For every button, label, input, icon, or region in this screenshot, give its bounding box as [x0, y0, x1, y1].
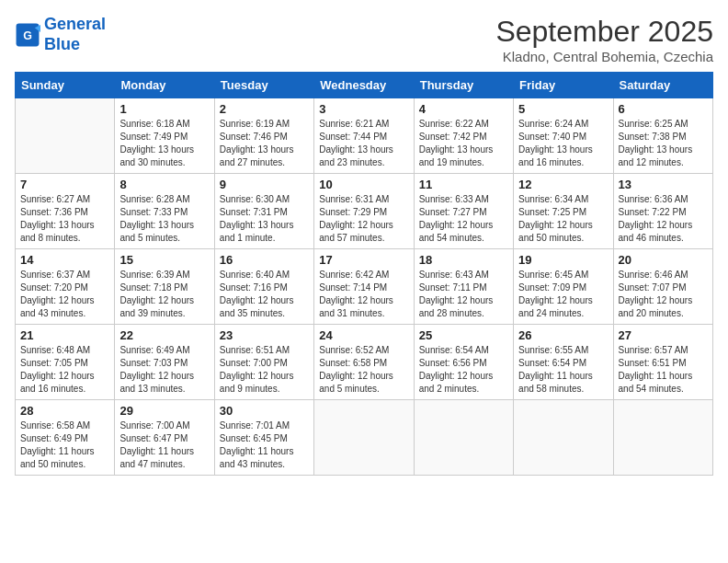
calendar-cell: 30Sunrise: 7:01 AM Sunset: 6:45 PM Dayli… [214, 400, 313, 476]
week-row-3: 14Sunrise: 6:37 AM Sunset: 7:20 PM Dayli… [16, 249, 713, 325]
calendar-cell: 29Sunrise: 7:00 AM Sunset: 6:47 PM Dayli… [115, 400, 214, 476]
calendar-cell: 20Sunrise: 6:46 AM Sunset: 7:07 PM Dayli… [613, 249, 712, 325]
day-info: Sunrise: 6:34 AM Sunset: 7:25 PM Dayligh… [518, 193, 608, 245]
day-info: Sunrise: 6:27 AM Sunset: 7:36 PM Dayligh… [20, 193, 109, 245]
calendar-cell: 12Sunrise: 6:34 AM Sunset: 7:25 PM Dayli… [514, 174, 613, 249]
day-number: 12 [518, 178, 608, 191]
calendar-cell: 18Sunrise: 6:43 AM Sunset: 7:11 PM Dayli… [414, 249, 513, 325]
calendar-cell: 27Sunrise: 6:57 AM Sunset: 6:51 PM Dayli… [613, 325, 712, 400]
calendar-cell: 25Sunrise: 6:54 AM Sunset: 6:56 PM Dayli… [414, 325, 513, 400]
logo-line1: General [44, 15, 106, 33]
day-number: 29 [119, 404, 209, 418]
calendar-cell: 23Sunrise: 6:51 AM Sunset: 7:00 PM Dayli… [214, 325, 313, 400]
day-number: 2 [220, 102, 309, 116]
day-number: 18 [419, 253, 508, 267]
day-number: 10 [319, 178, 408, 191]
calendar-cell: 21Sunrise: 6:48 AM Sunset: 7:05 PM Dayli… [16, 325, 115, 400]
day-info: Sunrise: 6:46 AM Sunset: 7:07 PM Dayligh… [619, 269, 708, 320]
calendar-cell: 4Sunrise: 6:22 AM Sunset: 7:42 PM Daylig… [414, 98, 513, 174]
day-info: Sunrise: 6:22 AM Sunset: 7:42 PM Dayligh… [419, 118, 508, 169]
calendar-cell: 2Sunrise: 6:19 AM Sunset: 7:46 PM Daylig… [214, 98, 313, 174]
header-thursday: Thursday [414, 73, 513, 98]
day-number: 26 [518, 328, 608, 342]
day-number: 21 [20, 328, 109, 342]
calendar-cell: 17Sunrise: 6:42 AM Sunset: 7:14 PM Dayli… [314, 249, 414, 325]
day-info: Sunrise: 6:45 AM Sunset: 7:09 PM Dayligh… [518, 269, 608, 320]
day-number: 28 [20, 404, 109, 418]
day-info: Sunrise: 6:28 AM Sunset: 7:33 PM Dayligh… [119, 193, 209, 245]
day-info: Sunrise: 6:33 AM Sunset: 7:27 PM Dayligh… [419, 193, 508, 245]
calendar-table: SundayMondayTuesdayWednesdayThursdayFrid… [15, 72, 713, 476]
day-number: 4 [419, 102, 508, 116]
day-number: 3 [319, 102, 408, 116]
day-number: 14 [20, 253, 109, 267]
header-tuesday: Tuesday [214, 73, 313, 98]
day-info: Sunrise: 6:24 AM Sunset: 7:40 PM Dayligh… [518, 118, 608, 169]
day-number: 15 [119, 253, 209, 267]
calendar-cell: 28Sunrise: 6:58 AM Sunset: 6:49 PM Dayli… [16, 400, 115, 476]
calendar-cell [514, 400, 613, 476]
day-number: 17 [319, 253, 408, 267]
day-info: Sunrise: 6:31 AM Sunset: 7:29 PM Dayligh… [319, 193, 408, 245]
day-number: 13 [619, 178, 708, 191]
svg-text:G: G [23, 29, 32, 41]
day-info: Sunrise: 6:55 AM Sunset: 6:54 PM Dayligh… [518, 344, 608, 396]
day-number: 27 [619, 328, 708, 342]
calendar-header-row: SundayMondayTuesdayWednesdayThursdayFrid… [16, 73, 713, 98]
page-header: G General Blue September 2025 Kladno, Ce… [15, 15, 713, 64]
day-info: Sunrise: 6:43 AM Sunset: 7:11 PM Dayligh… [419, 269, 508, 320]
calendar-cell: 22Sunrise: 6:49 AM Sunset: 7:03 PM Dayli… [115, 325, 214, 400]
calendar-cell: 6Sunrise: 6:25 AM Sunset: 7:38 PM Daylig… [613, 98, 712, 174]
day-number: 19 [518, 253, 608, 267]
calendar-cell: 8Sunrise: 6:28 AM Sunset: 7:33 PM Daylig… [115, 174, 214, 249]
month-title: September 2025 [495, 15, 713, 49]
day-number: 1 [119, 102, 209, 116]
day-number: 23 [220, 328, 309, 342]
calendar-cell: 7Sunrise: 6:27 AM Sunset: 7:36 PM Daylig… [16, 174, 115, 249]
day-info: Sunrise: 6:52 AM Sunset: 6:58 PM Dayligh… [319, 344, 408, 396]
calendar-cell [613, 400, 712, 476]
calendar-cell: 10Sunrise: 6:31 AM Sunset: 7:29 PM Dayli… [314, 174, 414, 249]
calendar-cell: 3Sunrise: 6:21 AM Sunset: 7:44 PM Daylig… [314, 98, 414, 174]
day-info: Sunrise: 6:25 AM Sunset: 7:38 PM Dayligh… [619, 118, 708, 169]
day-number: 20 [619, 253, 708, 267]
day-info: Sunrise: 6:54 AM Sunset: 6:56 PM Dayligh… [419, 344, 508, 396]
day-info: Sunrise: 7:01 AM Sunset: 6:45 PM Dayligh… [220, 419, 309, 471]
header-friday: Friday [514, 73, 613, 98]
header-wednesday: Wednesday [314, 73, 414, 98]
day-number: 22 [119, 328, 209, 342]
day-number: 24 [319, 328, 408, 342]
day-number: 8 [119, 178, 209, 191]
logo-text: General Blue [44, 15, 106, 54]
logo: G General Blue [15, 15, 106, 54]
calendar-cell [16, 98, 115, 174]
day-number: 25 [419, 328, 508, 342]
header-sunday: Sunday [16, 73, 115, 98]
calendar-cell: 15Sunrise: 6:39 AM Sunset: 7:18 PM Dayli… [115, 249, 214, 325]
day-info: Sunrise: 6:49 AM Sunset: 7:03 PM Dayligh… [119, 344, 209, 396]
day-info: Sunrise: 6:21 AM Sunset: 7:44 PM Dayligh… [319, 118, 408, 169]
title-block: September 2025 Kladno, Central Bohemia, … [495, 15, 713, 64]
day-info: Sunrise: 6:40 AM Sunset: 7:16 PM Dayligh… [220, 269, 309, 320]
location: Kladno, Central Bohemia, Czechia [495, 49, 713, 64]
calendar-cell: 13Sunrise: 6:36 AM Sunset: 7:22 PM Dayli… [613, 174, 712, 249]
day-number: 5 [518, 102, 608, 116]
day-number: 6 [619, 102, 708, 116]
day-info: Sunrise: 6:51 AM Sunset: 7:00 PM Dayligh… [220, 344, 309, 396]
week-row-5: 28Sunrise: 6:58 AM Sunset: 6:49 PM Dayli… [16, 400, 713, 476]
day-info: Sunrise: 6:57 AM Sunset: 6:51 PM Dayligh… [619, 344, 708, 396]
day-info: Sunrise: 6:18 AM Sunset: 7:49 PM Dayligh… [119, 118, 209, 169]
day-number: 7 [20, 178, 109, 191]
week-row-1: 1Sunrise: 6:18 AM Sunset: 7:49 PM Daylig… [16, 98, 713, 174]
logo-line2: Blue [44, 35, 80, 53]
day-number: 30 [220, 404, 309, 418]
day-number: 9 [220, 178, 309, 191]
day-info: Sunrise: 6:36 AM Sunset: 7:22 PM Dayligh… [619, 193, 708, 245]
calendar-cell: 16Sunrise: 6:40 AM Sunset: 7:16 PM Dayli… [214, 249, 313, 325]
calendar-cell: 26Sunrise: 6:55 AM Sunset: 6:54 PM Dayli… [514, 325, 613, 400]
day-info: Sunrise: 6:48 AM Sunset: 7:05 PM Dayligh… [20, 344, 109, 396]
calendar-cell: 9Sunrise: 6:30 AM Sunset: 7:31 PM Daylig… [214, 174, 313, 249]
day-info: Sunrise: 6:19 AM Sunset: 7:46 PM Dayligh… [220, 118, 309, 169]
week-row-4: 21Sunrise: 6:48 AM Sunset: 7:05 PM Dayli… [16, 325, 713, 400]
header-monday: Monday [115, 73, 214, 98]
